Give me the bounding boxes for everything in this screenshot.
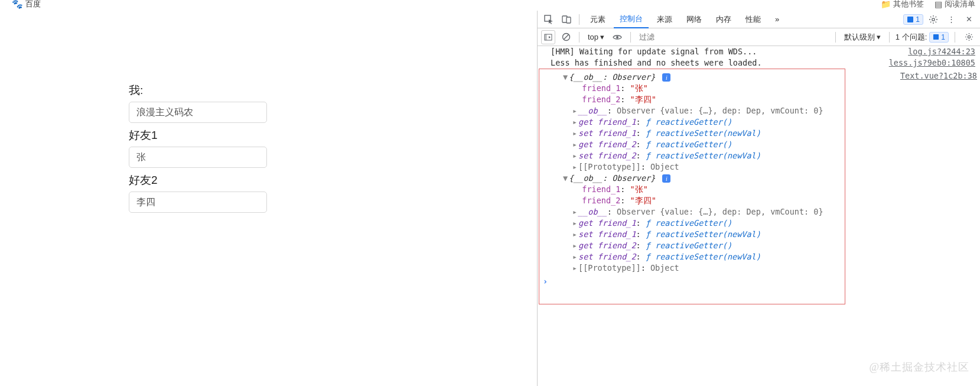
log-source-link[interactable]: Text.vue?1c2b:38 <box>900 70 977 82</box>
bookmarks-folder-label: 其他书签 <box>893 0 924 9</box>
object-prototype[interactable]: ▸[[Prototype]]: Object <box>539 161 845 173</box>
friend1-label: 好友1 <box>129 128 271 143</box>
bookmarks-folder[interactable]: 📁 其他书签 <box>881 0 924 9</box>
object-header[interactable]: ▼{__ob__: Observer} i <box>539 72 845 83</box>
tab-more[interactable]: » <box>769 11 785 28</box>
issues-summary-count: 1 <box>941 33 945 41</box>
me-input[interactable] <box>129 102 267 123</box>
chevron-down-icon: ▾ <box>600 33 604 41</box>
svg-point-11 <box>968 35 970 38</box>
console-settings-gear-icon[interactable] <box>961 30 976 45</box>
info-badge-icon[interactable]: i <box>662 174 670 183</box>
svg-point-9 <box>616 36 618 38</box>
object-property[interactable]: ▸__ob__: Observer {value: {…}, dep: Dep,… <box>539 105 845 116</box>
highlighted-console-group: Text.vue?1c2b:38 ▼{__ob__: Observer} i f… <box>539 69 845 304</box>
object-accessor[interactable]: ▸set friend_1: ƒ reactiveSetter(newVal) <box>539 128 845 139</box>
issue-icon <box>907 16 914 23</box>
log-message: [HMR] Waiting for update signal from WDS… <box>551 46 757 57</box>
demo-form: 我: 好友1 好友2 <box>129 83 271 218</box>
friend2-input[interactable] <box>129 192 267 213</box>
object-accessor[interactable]: ▸get friend_1: ƒ reactiveGetter() <box>539 116 845 128</box>
svg-point-4 <box>932 18 935 20</box>
svg-rect-10 <box>933 34 939 40</box>
issues-badge-count: 1 <box>916 15 920 24</box>
console-toolbar: top▾ 默认级别▾ 1 个问题: 1 <box>538 28 980 46</box>
issue-icon <box>933 34 939 40</box>
console-prompt[interactable]: › <box>539 274 845 287</box>
object-property[interactable]: ▸__ob__: Observer {value: {…}, dep: Dep,… <box>539 206 845 218</box>
log-level-label: 默认级别 <box>844 32 875 43</box>
console-filter-input[interactable] <box>637 31 829 44</box>
svg-line-8 <box>564 35 568 40</box>
object-prototype[interactable]: ▸[[Prototype]]: Object <box>539 262 845 274</box>
object-header[interactable]: ▼{__ob__: Observer} i <box>539 173 845 184</box>
devtools-close-icon[interactable]: ✕ <box>961 12 976 27</box>
issues-summary[interactable]: 1 个问题: 1 <box>896 32 949 43</box>
object-accessor[interactable]: ▸set friend_2: ƒ reactiveSetter(newVal) <box>539 150 845 161</box>
object-accessor[interactable]: ▸get friend_1: ƒ reactiveGetter() <box>539 218 845 229</box>
log-message: Less has finished and no sheets were loa… <box>551 57 762 69</box>
issues-badge[interactable]: 1 <box>903 14 923 25</box>
issues-summary-label: 1 个问题: <box>896 32 927 43</box>
tab-performance[interactable]: 性能 <box>740 11 767 28</box>
folder-icon: 📁 <box>881 0 891 9</box>
live-expression-eye-icon[interactable] <box>610 30 624 44</box>
site-identity: 🐾 百度 <box>12 0 41 9</box>
tab-memory[interactable]: 内存 <box>710 11 737 28</box>
friend2-label: 好友2 <box>129 173 271 188</box>
kebab-menu-icon[interactable]: ⋮ <box>943 12 959 27</box>
device-toolbar-icon[interactable] <box>559 12 574 27</box>
clear-console-icon[interactable] <box>559 30 573 44</box>
object-property[interactable]: friend_1: "张" <box>539 83 845 94</box>
inspect-element-icon[interactable] <box>541 12 556 27</box>
friend1-input[interactable] <box>129 147 267 168</box>
browser-chrome-stub: 🐾 百度 📁 其他书签 ▤ 阅读清单 <box>0 0 980 8</box>
tab-sources[interactable]: 来源 <box>651 11 678 28</box>
tab-console[interactable]: 控制台 <box>614 11 649 28</box>
info-badge-icon[interactable]: i <box>662 73 670 82</box>
log-source-link[interactable]: less.js?9eb0:10805 <box>889 57 975 69</box>
reading-list-icon: ▤ <box>935 0 942 9</box>
devtools-tabbar: 元素 控制台 来源 网络 内存 性能 » 1 ⋮ ✕ <box>538 11 980 28</box>
svg-rect-6 <box>545 34 547 40</box>
reading-list-label: 阅读清单 <box>945 0 975 9</box>
object-property[interactable]: friend_2: "李四" <box>539 94 845 105</box>
me-label: 我: <box>129 83 271 98</box>
baidu-paw-icon: 🐾 <box>12 0 23 9</box>
object-property[interactable]: friend_1: "张" <box>539 184 845 195</box>
object-accessor[interactable]: ▸set friend_1: ƒ reactiveSetter(newVal) <box>539 229 845 240</box>
object-property[interactable]: friend_2: "李四" <box>539 195 845 206</box>
log-row: Less has finished and no sheets were loa… <box>538 57 980 69</box>
log-source-link[interactable]: log.js?4244:23 <box>908 46 975 57</box>
tab-elements[interactable]: 元素 <box>584 11 611 28</box>
execution-context-dropdown[interactable]: top▾ <box>585 33 607 41</box>
svg-rect-3 <box>907 17 913 22</box>
chevron-down-icon: ▾ <box>877 33 881 41</box>
devtools-panel: 元素 控制台 来源 网络 内存 性能 » 1 ⋮ ✕ top▾ <box>537 11 980 386</box>
reading-list[interactable]: ▤ 阅读清单 <box>935 0 975 9</box>
object-accessor[interactable]: ▸get friend_2: ƒ reactiveGetter() <box>539 240 845 251</box>
svg-rect-2 <box>566 17 571 23</box>
execution-context-label: top <box>588 33 598 41</box>
site-name: 百度 <box>25 0 41 9</box>
console-output[interactable]: [HMR] Waiting for update signal from WDS… <box>538 46 980 386</box>
object-accessor[interactable]: ▸get friend_2: ƒ reactiveGetter() <box>539 139 845 150</box>
log-level-dropdown[interactable]: 默认级别▾ <box>842 32 883 43</box>
object-accessor[interactable]: ▸set friend_2: ƒ reactiveSetter(newVal) <box>539 251 845 262</box>
console-sidebar-toggle-icon[interactable] <box>541 30 555 44</box>
settings-gear-icon[interactable] <box>926 12 941 27</box>
log-row: [HMR] Waiting for update signal from WDS… <box>538 46 980 57</box>
tab-network[interactable]: 网络 <box>681 11 708 28</box>
